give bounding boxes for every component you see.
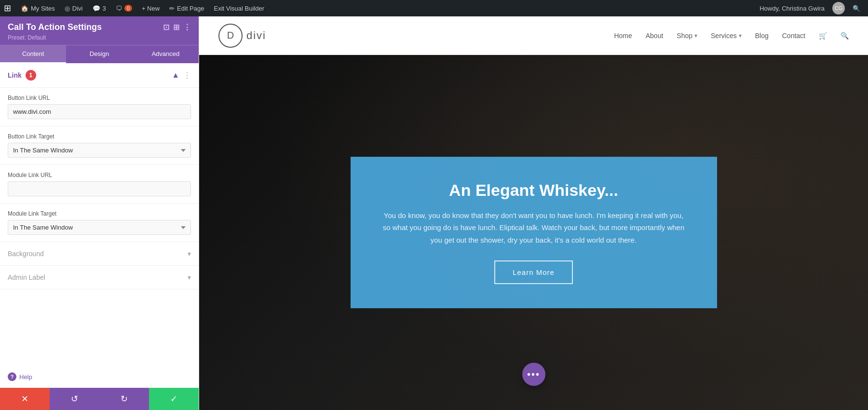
section-menu-icon[interactable]: ⋮ [183, 71, 191, 80]
module-link-url-field: Module Link URL [0, 165, 199, 204]
link-section-header[interactable]: Link 1 ▲ ⋮ [0, 63, 199, 88]
cta-button[interactable]: Learn More [494, 260, 573, 284]
cta-title: An Elegant Whiskey... [380, 181, 688, 200]
divi-navbar: D divi Home About Shop ▾ [199, 16, 868, 55]
nav-cart-icon[interactable]: 🛒 [819, 32, 827, 40]
hero-section: An Elegant Whiskey... You do know, you d… [199, 55, 868, 410]
shop-dropdown-icon: ▾ [694, 32, 697, 39]
background-chevron-icon: ▾ [188, 250, 191, 258]
settings-panel: Call To Action Settings ⊡ ⊞ ⋮ Preset: De… [0, 16, 199, 410]
redo-button[interactable]: ↻ [99, 388, 149, 410]
float-btn-dots: ••• [527, 369, 540, 380]
services-dropdown-icon: ▾ [739, 32, 742, 39]
columns-icon[interactable]: ⊞ [173, 23, 179, 32]
divi-icon: ◎ [65, 5, 70, 12]
new-content-link[interactable]: + New [138, 5, 163, 12]
divi-logo-text: divi [246, 29, 266, 42]
cta-box: An Elegant Whiskey... You do know, you d… [351, 157, 717, 309]
button-link-url-label: Button Link URL [8, 95, 191, 101]
module-link-url-label: Module Link URL [8, 172, 191, 178]
comments-link[interactable]: 💬 3 [89, 5, 110, 12]
panel-footer: ✕ ↺ ↻ ✓ [0, 388, 199, 410]
module-link-url-input[interactable] [8, 181, 191, 196]
fullscreen-icon[interactable]: ⊡ [163, 23, 169, 32]
undo-button[interactable]: ↺ [50, 388, 99, 410]
save-button[interactable]: ✓ [149, 388, 199, 410]
app-root: ⊞ 🏠 My Sites ◎ Divi 💬 3 🗨 0 + New ✏ Edit… [0, 0, 868, 410]
tab-content[interactable]: Content [0, 45, 66, 63]
panel-header: Call To Action Settings ⊡ ⊞ ⋮ Preset: De… [0, 16, 199, 45]
edit-page-link[interactable]: ✏ Edit Page [165, 5, 208, 12]
help-section[interactable]: ? Help [0, 366, 199, 388]
module-link-target-select[interactable]: In The Same Window In The New Tab [8, 220, 191, 235]
panel-title-row: Call To Action Settings ⊡ ⊞ ⋮ [8, 22, 191, 32]
nav-search-icon[interactable]: 🔍 [841, 32, 849, 40]
pencil-icon: ✏ [169, 5, 175, 12]
admin-label-section[interactable]: Admin Label ▾ [0, 266, 199, 289]
undo-icon: ↺ [71, 394, 78, 404]
nav-about[interactable]: About [646, 32, 664, 40]
cancel-icon: ✕ [21, 394, 28, 404]
exit-builder-link[interactable]: Exit Visual Builder [210, 5, 268, 12]
more-icon[interactable]: ⋮ [183, 23, 191, 32]
divi-logo: D divi [218, 24, 266, 48]
admin-label-text: Admin Label [8, 273, 45, 281]
admin-label-chevron-icon: ▾ [188, 273, 191, 281]
nav-blog[interactable]: Blog [755, 32, 769, 40]
link-badge: 1 [26, 70, 36, 81]
home-icon: 🏠 [21, 5, 28, 12]
redo-icon: ↻ [121, 394, 128, 404]
nav-shop[interactable]: Shop ▾ [677, 32, 697, 40]
divi-logo-circle: D [218, 24, 243, 48]
admin-bar-right: Howdy, Christina Gwira CG 🔍 [756, 2, 864, 14]
wp-admin-bar: ⊞ 🏠 My Sites ◎ Divi 💬 3 🗨 0 + New ✏ Edit… [0, 0, 868, 16]
comment-bubble-icon: 🗨 [116, 5, 122, 12]
comment-icon: 💬 [93, 5, 100, 12]
button-link-target-label: Button Link Target [8, 133, 191, 140]
help-label: Help [19, 373, 32, 381]
search-bar-icon[interactable]: 🔍 [849, 5, 864, 12]
background-section[interactable]: Background ▾ [0, 242, 199, 266]
button-link-target-select[interactable]: In The Same Window In The New Tab [8, 143, 191, 158]
module-link-target-label: Module Link Target [8, 210, 191, 217]
user-avatar[interactable]: CG [832, 2, 845, 14]
my-sites-link[interactable]: 🏠 My Sites [17, 5, 59, 12]
panel-content: Link 1 ▲ ⋮ Button Link URL Button Link T… [0, 63, 199, 366]
link-section-actions: ▲ ⋮ [172, 71, 191, 80]
tab-advanced[interactable]: Advanced [133, 45, 199, 63]
chevron-up-icon[interactable]: ▲ [172, 71, 179, 80]
preview-area: D divi Home About Shop ▾ [199, 16, 868, 410]
wp-logo-icon[interactable]: ⊞ [4, 3, 11, 14]
preset-label[interactable]: Preset: Default [8, 34, 191, 41]
tab-design[interactable]: Design [66, 45, 132, 63]
nav-home[interactable]: Home [614, 32, 632, 40]
user-greeting: Howdy, Christina Gwira [756, 5, 828, 12]
panel-title-text: Call To Action Settings [8, 22, 102, 32]
help-icon: ? [8, 372, 16, 381]
button-link-target-field: Button Link Target In The Same Window In… [0, 126, 199, 165]
nav-services[interactable]: Services ▾ [711, 32, 742, 40]
button-link-url-input[interactable] [8, 104, 191, 119]
divi-nav: Home About Shop ▾ Services ▾ Blog [614, 32, 849, 40]
logo-d-letter: D [227, 30, 234, 41]
link-section-title: Link 1 [8, 70, 36, 81]
module-link-target-field: Module Link Target In The Same Window In… [0, 204, 199, 242]
panel-tabs: Content Design Advanced [0, 45, 199, 63]
site-name-link[interactable]: ◎ Divi [61, 5, 87, 12]
background-label: Background [8, 250, 44, 258]
button-link-url-field: Button Link URL [0, 88, 199, 126]
floating-action-button[interactable]: ••• [522, 363, 545, 386]
nav-contact[interactable]: Contact [782, 32, 805, 40]
cta-body: You do know, you do know that they don't… [380, 209, 688, 246]
main-area: Call To Action Settings ⊡ ⊞ ⋮ Preset: De… [0, 16, 868, 410]
panel-title-icons: ⊡ ⊞ ⋮ [163, 23, 191, 32]
save-icon: ✓ [170, 394, 177, 404]
comment-count-item[interactable]: 🗨 0 [112, 5, 136, 12]
cancel-button[interactable]: ✕ [0, 388, 50, 410]
link-label: Link [8, 71, 22, 79]
